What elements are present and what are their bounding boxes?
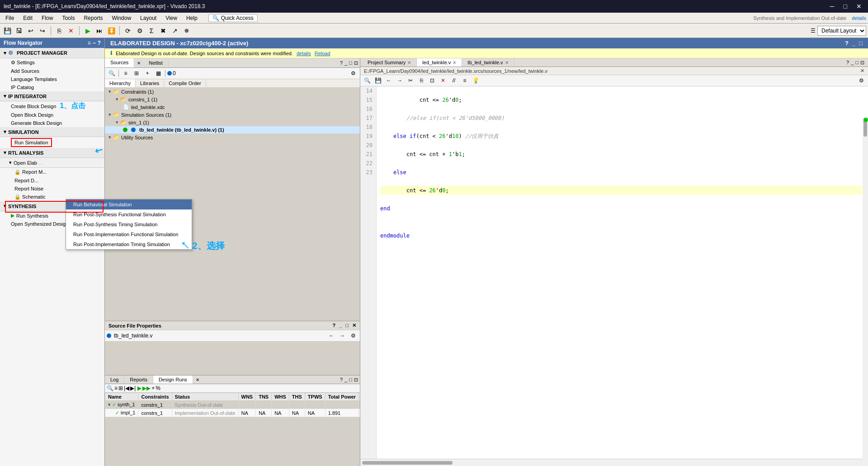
sources-fullscreen[interactable]: ⊡ — [354, 60, 358, 66]
nav-report-methodology[interactable]: 🔒 Report M... — [0, 168, 104, 176]
dr-run-all[interactable]: ▶▶ — [142, 385, 151, 391]
flow-nav-icon3[interactable]: ? — [98, 40, 101, 46]
prop-min[interactable]: _ — [339, 323, 342, 328]
code-back-btn[interactable]: ← — [384, 76, 394, 85]
undo-button[interactable]: ↩ — [25, 25, 36, 36]
flow-nav-icon2[interactable]: − — [93, 40, 96, 46]
flow-nav-icon1[interactable]: ≡ — [88, 40, 91, 46]
step-button[interactable]: ⏭ — [94, 25, 105, 36]
code-fwd-btn[interactable]: → — [395, 76, 405, 85]
tab-netlist[interactable]: Netlist — [143, 59, 169, 67]
dr-search[interactable]: 🔍 — [107, 385, 113, 391]
code-copy-btn[interactable]: ⎘ — [416, 76, 426, 85]
restore-button[interactable]: □ — [841, 2, 850, 11]
code-bulb-btn[interactable]: 💡 — [471, 76, 481, 85]
dr-next[interactable]: ▶| — [130, 385, 136, 391]
tree-xdc-file[interactable]: 📄 led_twinkle.xdc — [105, 103, 360, 111]
sources-settings-btn[interactable]: ⚙ — [348, 69, 358, 78]
sources-min[interactable]: _ — [344, 60, 347, 66]
delete-button[interactable]: ✕ — [66, 25, 76, 36]
tab-reports[interactable]: Reports — [124, 376, 153, 384]
source-tab-libraries[interactable]: Libraries — [136, 79, 164, 87]
layout-selector[interactable]: ☰ Default Layout — [811, 26, 866, 36]
tree-arrow-constrs1[interactable]: ▾ — [116, 96, 118, 102]
layout-dropdown[interactable]: Default Layout — [817, 26, 866, 36]
tb-btn-arr[interactable]: ↗ — [170, 25, 180, 36]
menu-view[interactable]: View — [162, 14, 181, 22]
nav-open-block-design[interactable]: Open Block Design — [0, 111, 104, 119]
section-rtl-analysis-header[interactable]: ▾ RTL ANALYSIS — [0, 148, 104, 158]
menu-edit[interactable]: Edit — [19, 14, 36, 22]
nav-open-elab[interactable]: ▾ Open Elab... — [0, 158, 104, 168]
save-all-button[interactable]: 🖫 — [14, 25, 24, 36]
menu-tools[interactable]: Tools — [58, 14, 78, 22]
elab-max-icon[interactable]: □ — [859, 40, 863, 47]
code-min[interactable]: _ — [851, 60, 854, 66]
nav-add-sources[interactable]: Add Sources — [0, 67, 104, 75]
elab-min-icon[interactable]: _ — [852, 40, 855, 47]
info-details-link[interactable]: details — [297, 51, 311, 56]
minimize-button[interactable]: ─ — [827, 2, 837, 11]
code-settings-btn[interactable]: ⚙ — [856, 76, 866, 85]
menu-window[interactable]: Window — [108, 14, 135, 22]
section-project-manager-header[interactable]: ▾ ⚙ PROJECT MANAGER — [0, 48, 104, 58]
code-comment-btn[interactable]: // — [449, 76, 459, 85]
code-search-btn[interactable]: 🔍 — [362, 76, 372, 85]
sources-close[interactable]: ✕ — [134, 60, 143, 67]
menu-help[interactable]: Help — [183, 14, 201, 22]
prop-next-btn[interactable]: → — [337, 331, 347, 340]
save-button[interactable]: 💾 — [2, 25, 13, 36]
ctx-run-post-syn-func[interactable]: Run Post-Synthesis Functional Simulation — [66, 209, 192, 219]
nav-language-templates[interactable]: Language Templates — [0, 75, 104, 83]
tab-design-runs[interactable]: Design Runs — [153, 376, 193, 384]
ctx-run-post-impl-timing[interactable]: Run Post-Implementation Timing Simulatio… — [66, 239, 192, 249]
quick-access-bar[interactable]: 🔍 Quick Access — [208, 14, 258, 22]
sources-search-btn[interactable]: 🔍 — [107, 69, 117, 78]
ctx-run-behavioral[interactable]: Run Behavioral Simulation — [66, 200, 192, 209]
tree-arrow-utility[interactable]: ▾ — [108, 134, 111, 140]
dr-max[interactable]: □ — [349, 377, 352, 383]
tab-tb-led-twinkle-close[interactable]: ✕ — [505, 60, 509, 65]
elab-help-icon[interactable]: ? — [845, 40, 849, 47]
nav-report-drc[interactable]: Report D... — [0, 176, 104, 185]
section-simulation-header[interactable]: ▾ SIMULATION — [0, 127, 104, 137]
nav-report-noise[interactable]: Report Noise — [0, 185, 104, 193]
sources-expand-btn[interactable]: ⊞ — [132, 69, 142, 78]
code-hscrollbar-thumb[interactable] — [362, 461, 453, 465]
sources-collapse-btn[interactable]: ≡ — [121, 69, 131, 78]
nav-settings[interactable]: ⚙ Settings — [0, 58, 104, 67]
tab-project-summary[interactable]: Project Summary ✕ — [362, 58, 417, 67]
prop-settings-btn[interactable]: ⚙ — [348, 331, 358, 340]
tab-project-summary-close[interactable]: ✕ — [407, 60, 411, 65]
tree-arrow-constraints[interactable]: ▾ — [108, 89, 111, 95]
nav-run-simulation[interactable]: Run Simulation — [11, 138, 52, 147]
tab-tb-led-twinkle[interactable]: tb_led_twinkle.v ✕ — [462, 58, 514, 67]
code-uncomment-btn[interactable]: ≡ — [460, 76, 470, 85]
file-path-close[interactable]: ✕ — [860, 68, 864, 74]
prop-close[interactable]: ✕ — [352, 323, 356, 328]
menu-file[interactable]: File — [2, 14, 18, 22]
tb-btn-x2[interactable]: ✵ — [181, 25, 192, 36]
code-max[interactable]: □ — [855, 60, 859, 66]
redo-button[interactable]: ↪ — [37, 25, 48, 36]
tab-sources[interactable]: Sources — [105, 58, 134, 67]
info-reload-link[interactable]: Reload — [315, 51, 330, 56]
settings-button[interactable]: ⚙ — [134, 25, 145, 36]
tb-btn-x[interactable]: ✖ — [158, 25, 169, 36]
prop-help[interactable]: ? — [332, 323, 335, 328]
reload-button[interactable]: ⟳ — [123, 25, 133, 36]
nav-create-block-design[interactable]: Create Block Design — [0, 102, 60, 110]
tree-arrow-sim[interactable]: ▾ — [108, 112, 111, 118]
section-ip-integrator-header[interactable]: ▾ IP INTEGRATOR — [0, 91, 104, 101]
dr-add[interactable]: + — [151, 385, 155, 391]
code-delete-btn[interactable]: ✕ — [438, 76, 448, 85]
code-scrollbar[interactable] — [863, 118, 868, 459]
details-link[interactable]: details — [852, 15, 866, 21]
dr-help[interactable]: ? — [340, 377, 343, 383]
menu-flow[interactable]: Flow — [38, 14, 57, 22]
copy-button[interactable]: ⎘ — [54, 25, 65, 36]
nav-ip-catalog[interactable]: IP Catalog — [0, 83, 104, 91]
sum-button[interactable]: Σ — [146, 25, 157, 36]
sources-filter-btn[interactable]: ▦ — [153, 69, 163, 78]
source-tab-compile[interactable]: Compile Order — [164, 79, 206, 87]
